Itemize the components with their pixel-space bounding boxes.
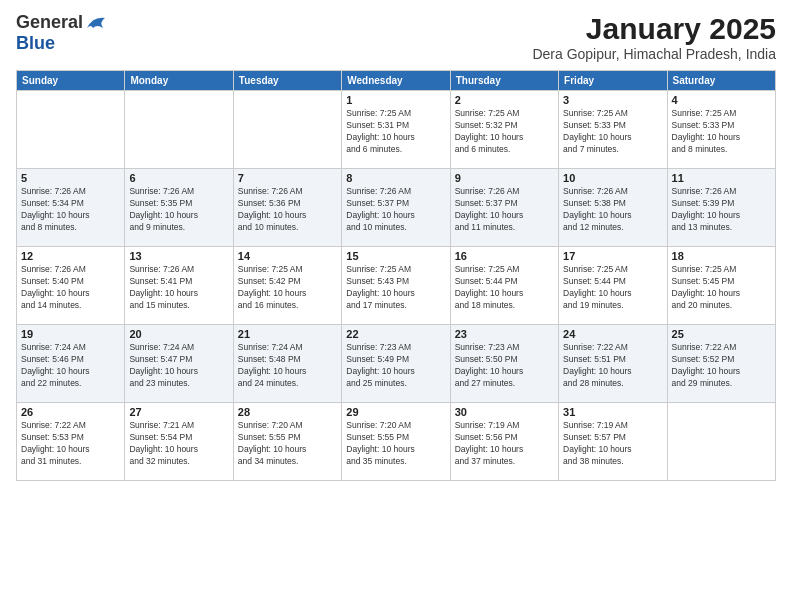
day-info: Sunrise: 7:26 AM Sunset: 5:34 PM Dayligh… [21,186,120,234]
calendar-cell: 25Sunrise: 7:22 AM Sunset: 5:52 PM Dayli… [667,325,775,403]
col-tuesday: Tuesday [233,71,341,91]
day-number: 4 [672,94,771,106]
day-info: Sunrise: 7:25 AM Sunset: 5:32 PM Dayligh… [455,108,554,156]
calendar-cell: 7Sunrise: 7:26 AM Sunset: 5:36 PM Daylig… [233,169,341,247]
week-row-5: 26Sunrise: 7:22 AM Sunset: 5:53 PM Dayli… [17,403,776,481]
calendar-cell: 29Sunrise: 7:20 AM Sunset: 5:55 PM Dayli… [342,403,450,481]
day-info: Sunrise: 7:20 AM Sunset: 5:55 PM Dayligh… [346,420,445,468]
calendar-cell: 13Sunrise: 7:26 AM Sunset: 5:41 PM Dayli… [125,247,233,325]
month-title: January 2025 [532,12,776,46]
day-number: 22 [346,328,445,340]
day-info: Sunrise: 7:19 AM Sunset: 5:56 PM Dayligh… [455,420,554,468]
logo: General Blue [16,12,107,54]
calendar-cell: 20Sunrise: 7:24 AM Sunset: 5:47 PM Dayli… [125,325,233,403]
calendar-cell: 24Sunrise: 7:22 AM Sunset: 5:51 PM Dayli… [559,325,667,403]
calendar-cell: 8Sunrise: 7:26 AM Sunset: 5:37 PM Daylig… [342,169,450,247]
day-number: 11 [672,172,771,184]
logo-bird-icon [85,14,107,32]
day-info: Sunrise: 7:25 AM Sunset: 5:42 PM Dayligh… [238,264,337,312]
day-number: 5 [21,172,120,184]
day-number: 3 [563,94,662,106]
week-row-1: 1Sunrise: 7:25 AM Sunset: 5:31 PM Daylig… [17,91,776,169]
day-info: Sunrise: 7:26 AM Sunset: 5:36 PM Dayligh… [238,186,337,234]
day-info: Sunrise: 7:26 AM Sunset: 5:40 PM Dayligh… [21,264,120,312]
col-sunday: Sunday [17,71,125,91]
day-number: 26 [21,406,120,418]
day-number: 18 [672,250,771,262]
calendar-cell: 16Sunrise: 7:25 AM Sunset: 5:44 PM Dayli… [450,247,558,325]
day-number: 30 [455,406,554,418]
day-number: 20 [129,328,228,340]
calendar-cell: 6Sunrise: 7:26 AM Sunset: 5:35 PM Daylig… [125,169,233,247]
day-info: Sunrise: 7:25 AM Sunset: 5:45 PM Dayligh… [672,264,771,312]
day-info: Sunrise: 7:25 AM Sunset: 5:33 PM Dayligh… [563,108,662,156]
day-info: Sunrise: 7:25 AM Sunset: 5:43 PM Dayligh… [346,264,445,312]
calendar-cell: 11Sunrise: 7:26 AM Sunset: 5:39 PM Dayli… [667,169,775,247]
logo-blue-text: Blue [16,33,55,54]
calendar-cell: 27Sunrise: 7:21 AM Sunset: 5:54 PM Dayli… [125,403,233,481]
day-number: 23 [455,328,554,340]
day-number: 31 [563,406,662,418]
day-info: Sunrise: 7:26 AM Sunset: 5:37 PM Dayligh… [455,186,554,234]
location-subtitle: Dera Gopipur, Himachal Pradesh, India [532,46,776,62]
calendar-cell: 31Sunrise: 7:19 AM Sunset: 5:57 PM Dayli… [559,403,667,481]
logo-general-text: General [16,12,83,33]
day-number: 17 [563,250,662,262]
day-number: 1 [346,94,445,106]
day-number: 6 [129,172,228,184]
day-info: Sunrise: 7:22 AM Sunset: 5:53 PM Dayligh… [21,420,120,468]
calendar-cell: 23Sunrise: 7:23 AM Sunset: 5:50 PM Dayli… [450,325,558,403]
calendar-cell: 21Sunrise: 7:24 AM Sunset: 5:48 PM Dayli… [233,325,341,403]
col-wednesday: Wednesday [342,71,450,91]
day-info: Sunrise: 7:25 AM Sunset: 5:44 PM Dayligh… [563,264,662,312]
day-info: Sunrise: 7:26 AM Sunset: 5:38 PM Dayligh… [563,186,662,234]
day-number: 13 [129,250,228,262]
day-info: Sunrise: 7:26 AM Sunset: 5:35 PM Dayligh… [129,186,228,234]
day-number: 15 [346,250,445,262]
day-info: Sunrise: 7:20 AM Sunset: 5:55 PM Dayligh… [238,420,337,468]
calendar-cell: 2Sunrise: 7:25 AM Sunset: 5:32 PM Daylig… [450,91,558,169]
calendar-cell: 3Sunrise: 7:25 AM Sunset: 5:33 PM Daylig… [559,91,667,169]
day-number: 9 [455,172,554,184]
day-info: Sunrise: 7:25 AM Sunset: 5:33 PM Dayligh… [672,108,771,156]
calendar-cell: 4Sunrise: 7:25 AM Sunset: 5:33 PM Daylig… [667,91,775,169]
day-info: Sunrise: 7:25 AM Sunset: 5:44 PM Dayligh… [455,264,554,312]
day-info: Sunrise: 7:22 AM Sunset: 5:52 PM Dayligh… [672,342,771,390]
day-number: 2 [455,94,554,106]
calendar-cell [667,403,775,481]
day-info: Sunrise: 7:24 AM Sunset: 5:46 PM Dayligh… [21,342,120,390]
calendar-cell [17,91,125,169]
calendar-cell: 1Sunrise: 7:25 AM Sunset: 5:31 PM Daylig… [342,91,450,169]
day-info: Sunrise: 7:23 AM Sunset: 5:50 PM Dayligh… [455,342,554,390]
day-number: 19 [21,328,120,340]
day-info: Sunrise: 7:22 AM Sunset: 5:51 PM Dayligh… [563,342,662,390]
col-saturday: Saturday [667,71,775,91]
calendar-cell: 9Sunrise: 7:26 AM Sunset: 5:37 PM Daylig… [450,169,558,247]
calendar-cell: 19Sunrise: 7:24 AM Sunset: 5:46 PM Dayli… [17,325,125,403]
day-number: 29 [346,406,445,418]
calendar-cell [125,91,233,169]
day-info: Sunrise: 7:23 AM Sunset: 5:49 PM Dayligh… [346,342,445,390]
day-info: Sunrise: 7:24 AM Sunset: 5:47 PM Dayligh… [129,342,228,390]
day-number: 10 [563,172,662,184]
calendar-cell: 17Sunrise: 7:25 AM Sunset: 5:44 PM Dayli… [559,247,667,325]
day-number: 25 [672,328,771,340]
week-row-3: 12Sunrise: 7:26 AM Sunset: 5:40 PM Dayli… [17,247,776,325]
day-number: 16 [455,250,554,262]
week-row-2: 5Sunrise: 7:26 AM Sunset: 5:34 PM Daylig… [17,169,776,247]
day-info: Sunrise: 7:25 AM Sunset: 5:31 PM Dayligh… [346,108,445,156]
day-info: Sunrise: 7:24 AM Sunset: 5:48 PM Dayligh… [238,342,337,390]
day-info: Sunrise: 7:21 AM Sunset: 5:54 PM Dayligh… [129,420,228,468]
week-row-4: 19Sunrise: 7:24 AM Sunset: 5:46 PM Dayli… [17,325,776,403]
calendar-cell: 30Sunrise: 7:19 AM Sunset: 5:56 PM Dayli… [450,403,558,481]
calendar-cell: 12Sunrise: 7:26 AM Sunset: 5:40 PM Dayli… [17,247,125,325]
col-friday: Friday [559,71,667,91]
day-number: 8 [346,172,445,184]
calendar-cell: 14Sunrise: 7:25 AM Sunset: 5:42 PM Dayli… [233,247,341,325]
day-number: 7 [238,172,337,184]
col-thursday: Thursday [450,71,558,91]
calendar-cell [233,91,341,169]
calendar-cell: 28Sunrise: 7:20 AM Sunset: 5:55 PM Dayli… [233,403,341,481]
header: General Blue January 2025 Dera Gopipur, … [16,12,776,62]
calendar-cell: 22Sunrise: 7:23 AM Sunset: 5:49 PM Dayli… [342,325,450,403]
